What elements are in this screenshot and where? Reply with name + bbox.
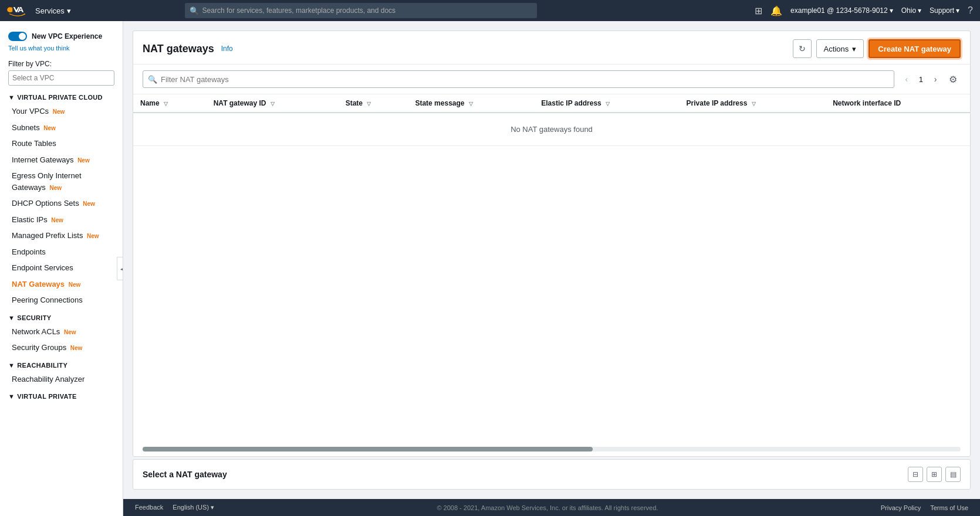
sidebar-item-internet-gateways[interactable]: Internet Gateways New: [0, 152, 123, 168]
refresh-icon: ↻: [799, 44, 806, 53]
prefix-lists-label: Managed Prefix Lists: [12, 231, 83, 240]
bottom-panel: Select a NAT gateway ⊟ ⊞ ▤: [133, 459, 971, 490]
bell-icon[interactable]: 🔔: [771, 5, 782, 16]
bottom-icon-3[interactable]: ▤: [945, 467, 961, 482]
security-groups-label: Security Groups: [12, 343, 66, 352]
egress-gateways-label: Egress Only Internet Gateways: [12, 171, 82, 192]
footer-copyright: © 2008 - 2021, Amazon Web Services, Inc.…: [224, 504, 871, 511]
sidebar-item-peering[interactable]: Peering Connections: [0, 292, 123, 308]
sidebar-item-your-vpcs[interactable]: Your VPCs New: [0, 103, 123, 120]
bottom-icon-1[interactable]: ⊟: [908, 467, 923, 482]
support-label[interactable]: Support ▾: [930, 6, 959, 15]
support-text: Support: [930, 6, 954, 15]
sidebar-item-endpoints[interactable]: Endpoints: [0, 244, 123, 260]
your-vpcs-label: Your VPCs: [12, 107, 49, 116]
grid-icon[interactable]: ⊞: [755, 5, 762, 16]
col-private-ip-sort-icon: ▽: [752, 101, 756, 107]
content-area: NAT gateways Info ↻ Actions ▾ Create NAT…: [123, 21, 980, 499]
security-group-label: SECURITY: [17, 314, 51, 321]
vpc-experience-link[interactable]: Tell us what you think: [0, 45, 123, 56]
language-selector[interactable]: English (US) ▾: [173, 504, 214, 511]
route-tables-label: Route Tables: [12, 139, 56, 148]
region-chevron-icon: ▾: [918, 6, 921, 15]
scrollbar-thumb[interactable]: [143, 447, 593, 451]
internet-gateways-badge: New: [77, 157, 90, 164]
nat-gateways-label: NAT Gateways: [12, 280, 65, 288]
col-state[interactable]: State ▽: [339, 94, 408, 113]
nat-gateways-badge: New: [69, 281, 81, 288]
services-button[interactable]: Services ▾: [35, 6, 71, 15]
sidebar-item-network-acls[interactable]: Network ACLs New: [0, 324, 123, 340]
horizontal-scrollbar[interactable]: [143, 447, 961, 451]
bottom-icon-2[interactable]: ⊞: [927, 467, 942, 482]
actions-button[interactable]: Actions ▾: [816, 39, 864, 58]
sidebar-item-elastic-ips[interactable]: Elastic IPs New: [0, 212, 123, 228]
sidebar-item-security-groups[interactable]: Security Groups New: [0, 340, 123, 356]
create-nat-label: Create NAT gateway: [878, 45, 951, 53]
reachability-analyzer-label: Reachability Analyzer: [12, 375, 85, 383]
prefix-lists-badge: New: [87, 233, 99, 239]
col-private-ip[interactable]: Private IP address ▽: [680, 94, 826, 113]
refresh-button[interactable]: ↻: [793, 39, 812, 58]
col-state-message-sort-icon: ▽: [469, 101, 473, 107]
your-vpcs-badge: New: [53, 108, 65, 115]
next-page-button[interactable]: ›: [928, 72, 943, 87]
sidebar-item-route-tables[interactable]: Route Tables: [0, 135, 123, 152]
egress-gateways-badge: New: [49, 185, 62, 191]
create-nat-gateway-button[interactable]: Create NAT gateway: [869, 39, 961, 58]
vpc-experience-label: New VPC Experience: [32, 32, 102, 40]
col-nat-id-label: NAT gateway ID: [214, 99, 266, 107]
virtual-private-chevron-icon: ▼: [8, 393, 15, 400]
main-content: NAT gateways Info ↻ Actions ▾ Create NAT…: [123, 21, 980, 516]
col-state-label: State: [346, 99, 363, 107]
info-link[interactable]: Info: [221, 45, 233, 53]
sidebar-item-endpoint-services[interactable]: Endpoint Services: [0, 260, 123, 276]
sidebar-item-dhcp[interactable]: DHCP Options Sets New: [0, 195, 123, 212]
region-label[interactable]: Ohio ▾: [901, 6, 921, 15]
col-private-ip-label: Private IP address: [687, 99, 748, 107]
panel-actions: ↻ Actions ▾ Create NAT gateway: [793, 39, 961, 58]
sidebar-toggle[interactable]: ◀: [117, 257, 123, 280]
empty-row: No NAT gateways found: [133, 113, 970, 146]
sidebar-item-subnets[interactable]: Subnets New: [0, 120, 123, 136]
panel-title: NAT gateways: [143, 43, 214, 55]
security-groups-badge: New: [70, 345, 83, 351]
nat-gateways-table: Name ▽ NAT gateway ID ▽ State ▽: [133, 94, 970, 146]
terms-link[interactable]: Terms of Use: [930, 504, 968, 511]
privacy-link[interactable]: Privacy Policy: [881, 504, 921, 511]
account-chevron-icon: ▾: [890, 6, 893, 15]
sidebar-item-reachability-analyzer[interactable]: Reachability Analyzer: [0, 371, 123, 388]
table-settings-button[interactable]: ⚙: [945, 72, 961, 87]
nat-filter-input[interactable]: [143, 70, 894, 88]
vpc-toggle-switch[interactable]: [8, 32, 27, 41]
sidebar-item-egress-gateways[interactable]: Egress Only Internet Gateways New: [0, 168, 123, 195]
sidebar-item-nat-gateways[interactable]: NAT Gateways New: [0, 276, 123, 293]
col-name[interactable]: Name ▽: [133, 94, 207, 113]
filter-search-icon: 🔍: [148, 75, 157, 84]
sidebar: ◀ New VPC Experience Tell us what you th…: [0, 21, 123, 516]
subnets-label: Subnets: [12, 123, 40, 132]
search-input[interactable]: [185, 3, 537, 18]
endpoint-services-label: Endpoint Services: [12, 263, 73, 272]
vpc-filter-input[interactable]: [8, 70, 114, 86]
vpc-group-label: VIRTUAL PRIVATE CLOUD: [17, 94, 103, 101]
question-icon[interactable]: ?: [968, 5, 973, 16]
aws-logo[interactable]: [7, 5, 26, 16]
col-nat-id[interactable]: NAT gateway ID ▽: [207, 94, 339, 113]
account-label[interactable]: example01 @ 1234-5678-9012 ▾: [790, 6, 893, 15]
search-bar[interactable]: 🔍: [185, 3, 537, 18]
page-number: 1: [917, 75, 925, 84]
sidebar-item-prefix-lists[interactable]: Managed Prefix Lists New: [0, 228, 123, 244]
prev-page-button[interactable]: ‹: [899, 72, 914, 87]
footer-right: Privacy Policy Terms of Use: [881, 504, 968, 511]
col-state-message[interactable]: State message ▽: [408, 94, 534, 113]
feedback-link[interactable]: Feedback: [135, 504, 163, 511]
security-chevron-icon: ▼: [8, 314, 15, 321]
endpoints-label: Endpoints: [12, 247, 46, 256]
empty-message: No NAT gateways found: [511, 125, 593, 134]
filter-section: Filter by VPC:: [0, 56, 123, 88]
nav-right: ⊞ 🔔 example01 @ 1234-5678-9012 ▾ Ohio ▾ …: [755, 5, 973, 16]
col-elastic-ip-label: Elastic IP address: [541, 99, 601, 107]
peering-label: Peering Connections: [12, 296, 83, 304]
col-elastic-ip[interactable]: Elastic IP address ▽: [534, 94, 679, 113]
